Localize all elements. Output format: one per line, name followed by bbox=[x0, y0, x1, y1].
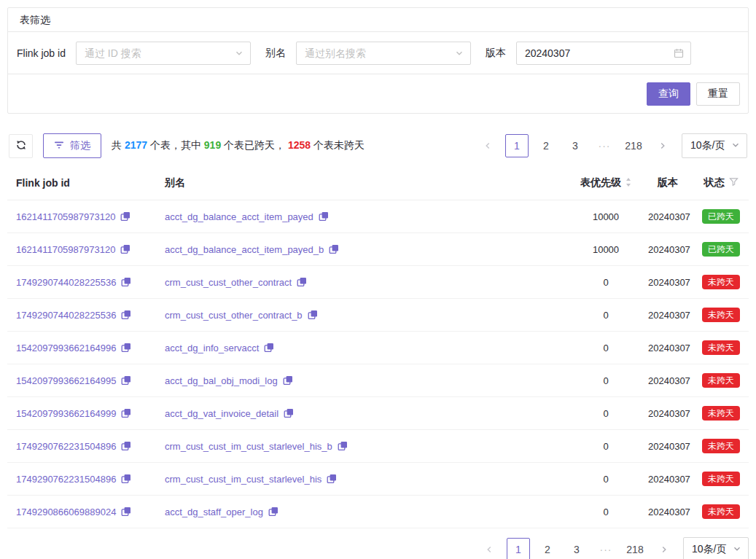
col-status-label: 状态 bbox=[704, 176, 725, 189]
table-row: 1749290762231504896 crm_cust_cust_im_cus… bbox=[7, 430, 749, 463]
summary-text: 个表，其中 bbox=[147, 139, 204, 151]
alias-link[interactable]: crm_cust_cust_im_cust_starlevel_his_b bbox=[165, 441, 332, 452]
priority-value: 0 bbox=[569, 332, 642, 364]
tables-table: Flink job id 别名 表优先级 版本 bbox=[7, 171, 749, 528]
copy-icon[interactable] bbox=[121, 310, 131, 320]
version-label: 版本 bbox=[486, 47, 506, 60]
pagination-ellipsis[interactable]: ··· bbox=[593, 134, 616, 157]
copy-icon[interactable] bbox=[121, 507, 131, 517]
toolbar: 筛选 共 2177 个表，其中 919 个表已跨天， 1258 个表未跨天 12… bbox=[9, 133, 747, 159]
copy-icon[interactable] bbox=[121, 474, 131, 484]
pagination-page-2[interactable]: 2 bbox=[536, 538, 559, 559]
pagination-prev[interactable] bbox=[478, 538, 501, 559]
copy-icon[interactable] bbox=[121, 375, 131, 386]
copy-icon[interactable] bbox=[338, 441, 348, 451]
table-row: 1749290744028225536 crm_cust_cust_other_… bbox=[7, 299, 749, 332]
refresh-button[interactable] bbox=[9, 134, 33, 158]
reset-button[interactable]: 重置 bbox=[696, 82, 740, 106]
page-size-select[interactable]: 10条/页 bbox=[682, 133, 747, 158]
col-priority[interactable]: 表优先级 bbox=[569, 171, 642, 200]
bottom-bar: 123···218 10条/页 bbox=[7, 537, 749, 559]
copy-icon[interactable] bbox=[268, 507, 278, 517]
job-id-link[interactable]: 1621411705987973120 bbox=[16, 211, 115, 222]
copy-icon[interactable] bbox=[308, 310, 318, 320]
pagination-page-218[interactable]: 218 bbox=[623, 538, 647, 559]
version-value: 20240307 bbox=[642, 200, 693, 233]
version-date-picker[interactable] bbox=[516, 42, 691, 65]
flink-job-id-select[interactable] bbox=[76, 42, 251, 65]
filter-button[interactable]: 筛选 bbox=[43, 133, 101, 158]
sorter-icon[interactable] bbox=[626, 177, 631, 189]
pagination-page-1[interactable]: 1 bbox=[507, 538, 530, 559]
alias-link[interactable]: acct_dg_info_servacct bbox=[165, 343, 259, 353]
copy-icon[interactable] bbox=[121, 441, 131, 451]
pagination-page-2[interactable]: 2 bbox=[534, 134, 558, 157]
copy-icon[interactable] bbox=[319, 211, 329, 222]
col-status[interactable]: 状态 bbox=[693, 171, 749, 200]
field-alias: 别名 bbox=[265, 42, 471, 65]
pagination-page-218[interactable]: 218 bbox=[622, 134, 645, 157]
table-row: 1621411705987973120 acct_dg_balance_acct… bbox=[7, 200, 749, 233]
job-id-link[interactable]: 1621411705987973120 bbox=[16, 244, 115, 255]
copy-icon[interactable] bbox=[329, 244, 339, 254]
copy-icon[interactable] bbox=[327, 474, 337, 484]
job-id-link[interactable]: 1749290744028225536 bbox=[16, 277, 116, 288]
table-row: 1542097993662164995 acct_dg_bal_obj_modi… bbox=[7, 364, 749, 397]
copy-icon[interactable] bbox=[284, 408, 294, 418]
job-id-link[interactable]: 1542097993662164999 bbox=[16, 408, 116, 419]
priority-value: 10000 bbox=[569, 200, 642, 233]
alias-link[interactable]: acct_dg_staff_oper_log bbox=[165, 507, 263, 517]
summary-text: 共 bbox=[112, 139, 125, 151]
alias-link[interactable]: acct_dg_balance_acct_item_payed bbox=[165, 211, 313, 222]
alias-label: 别名 bbox=[265, 47, 286, 60]
copy-icon[interactable] bbox=[297, 277, 307, 287]
status-badge: 已跨天 bbox=[702, 209, 740, 224]
total-count: 2177 bbox=[125, 139, 147, 151]
col-version: 版本 bbox=[642, 171, 693, 200]
refresh-icon bbox=[15, 139, 27, 153]
funnel-icon[interactable] bbox=[729, 177, 739, 189]
page-size-select[interactable]: 10条/页 bbox=[683, 537, 749, 559]
pagination-ellipsis[interactable]: ··· bbox=[594, 538, 617, 559]
copy-icon[interactable] bbox=[121, 408, 131, 418]
copy-icon[interactable] bbox=[264, 343, 274, 353]
pagination-page-3[interactable]: 3 bbox=[564, 134, 587, 157]
alias-select[interactable] bbox=[296, 42, 471, 65]
alias-link[interactable]: crm_cust_cust_other_contract_b bbox=[165, 310, 303, 321]
alias-link[interactable]: acct_dg_vat_invoice_detail bbox=[165, 408, 278, 419]
priority-value: 0 bbox=[569, 463, 642, 496]
copy-icon[interactable] bbox=[120, 244, 130, 254]
job-id-link[interactable]: 1749290762231504896 bbox=[16, 441, 116, 452]
filter-form: Flink job id 别名 版本 bbox=[8, 32, 748, 74]
table-row: 1542097993662164999 acct_dg_vat_invoice_… bbox=[7, 397, 749, 430]
alias-link[interactable]: crm_cust_cust_other_contract bbox=[165, 277, 292, 288]
summary-text: 个表已跨天， bbox=[221, 139, 288, 151]
flink-job-id-input[interactable] bbox=[85, 47, 228, 59]
alias-input[interactable] bbox=[305, 47, 448, 59]
job-id-link[interactable]: 1542097993662164995 bbox=[16, 375, 116, 386]
copy-icon[interactable] bbox=[283, 375, 293, 386]
pagination-next[interactable] bbox=[651, 134, 674, 157]
pagination-next[interactable] bbox=[652, 538, 676, 559]
query-button[interactable]: 查询 bbox=[647, 82, 690, 106]
alias-link[interactable]: crm_cust_cust_im_cust_starlevel_his bbox=[165, 474, 322, 485]
pagination-page-1[interactable]: 1 bbox=[505, 134, 529, 157]
job-id-link[interactable]: 1749290744028225536 bbox=[16, 310, 116, 321]
copy-icon[interactable] bbox=[121, 277, 131, 287]
table-row: 1749290744028225536 crm_cust_cust_other_… bbox=[7, 266, 749, 299]
alias-link[interactable]: acct_dg_bal_obj_modi_log bbox=[165, 375, 278, 386]
job-id-link[interactable]: 1749290866069889024 bbox=[16, 507, 116, 517]
table-row: 1749290762231504896 crm_cust_cust_im_cus… bbox=[7, 463, 749, 496]
job-id-link[interactable]: 1749290762231504896 bbox=[16, 474, 116, 485]
version-value: 20240307 bbox=[642, 364, 693, 397]
pagination-page-3[interactable]: 3 bbox=[565, 538, 588, 559]
table-header-row: Flink job id 别名 表优先级 版本 bbox=[7, 171, 749, 200]
job-id-link[interactable]: 1542097993662164996 bbox=[16, 343, 116, 353]
copy-icon[interactable] bbox=[120, 211, 130, 222]
alias-link[interactable]: acct_dg_balance_acct_item_payed_b bbox=[165, 244, 324, 255]
filter-card: 表筛选 Flink job id 别名 bbox=[7, 7, 749, 114]
pagination-prev[interactable] bbox=[476, 134, 499, 157]
status-badge: 未跨天 bbox=[702, 340, 740, 355]
version-date-input[interactable] bbox=[525, 47, 669, 59]
copy-icon[interactable] bbox=[121, 343, 131, 353]
